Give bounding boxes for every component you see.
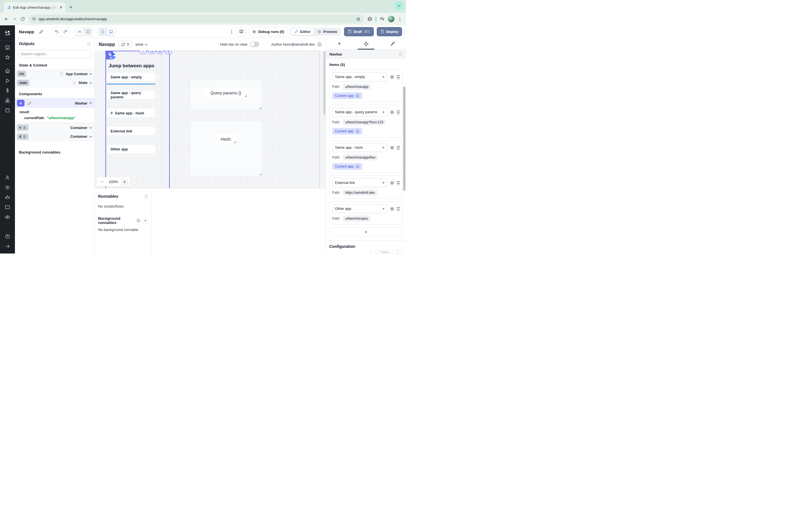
component-d-row[interactable]: d Container <box>15 132 94 141</box>
nav-item-hash[interactable]: #Same app - hash <box>107 109 155 117</box>
item-label-input[interactable]: Same app - empty× <box>332 72 388 81</box>
styling-tab[interactable] <box>379 38 406 50</box>
query-params-text[interactable]: Query params {} <box>204 88 247 98</box>
connect-plug-button[interactable] <box>393 250 403 253</box>
move-component-button[interactable] <box>165 51 172 54</box>
runnables-doc-icon[interactable] <box>144 194 148 199</box>
info-icon[interactable] <box>356 165 359 168</box>
item-settings-gear-icon[interactable] <box>390 110 395 115</box>
drag-handle[interactable] <box>397 75 400 79</box>
info-icon[interactable] <box>137 219 140 223</box>
forward-icon[interactable] <box>12 17 17 21</box>
clear-icon[interactable]: × <box>382 180 385 185</box>
item-label-input[interactable]: Same app - query params× <box>332 108 388 117</box>
debug-runs-button[interactable]: Debug runs (0) <box>249 27 288 36</box>
users-person-icon[interactable] <box>5 175 10 180</box>
insert-component-tab[interactable]: + <box>326 38 353 50</box>
add-navbar-item-button[interactable]: + <box>329 227 403 237</box>
help-icon[interactable] <box>5 234 10 239</box>
expression-toggle[interactable]: f <box>380 251 390 253</box>
desktop-view-button[interactable] <box>107 28 115 36</box>
tab-overview-button[interactable] <box>395 1 403 10</box>
container-e[interactable]: Query params {} <box>190 80 262 110</box>
mobile-view-button[interactable] <box>99 28 107 36</box>
fullwidth-layout-button[interactable] <box>84 28 92 36</box>
back-icon[interactable] <box>4 17 9 21</box>
anchor-component-button[interactable] <box>156 51 163 54</box>
state-row[interactable]: state State <box>15 78 94 87</box>
item-label-input[interactable]: External link× <box>332 178 388 187</box>
browser-tab[interactable]: Edit App u/henri/navapp | Win ✕ <box>4 2 65 13</box>
clear-icon[interactable]: × <box>382 207 385 211</box>
nav-item-same-app-empty[interactable]: Same app - empty <box>107 73 155 81</box>
drag-handle[interactable] <box>397 145 400 150</box>
more-menu-icon[interactable]: ⋮ <box>230 29 234 34</box>
new-tab-button[interactable]: + <box>69 4 72 10</box>
rename-pencil-icon[interactable] <box>39 30 43 34</box>
windmill-logo[interactable] <box>4 30 11 37</box>
search-outputs-input[interactable]: Search outputs... <box>18 50 92 58</box>
drag-handle[interactable] <box>397 110 400 114</box>
drag-handle[interactable] <box>397 180 400 185</box>
info-icon[interactable] <box>356 129 359 133</box>
edit-id-pencil-icon[interactable] <box>26 100 34 107</box>
resize-handle[interactable] <box>259 173 261 175</box>
draft-button[interactable]: Draft⌘S <box>344 27 374 36</box>
audit-eye-icon[interactable] <box>5 214 10 220</box>
runs-play-icon[interactable] <box>5 78 10 83</box>
undo-button[interactable] <box>53 27 61 36</box>
item-label-input[interactable]: Same app - hash× <box>332 143 388 152</box>
refresh-runs-button[interactable]: 0 <box>118 40 132 48</box>
resize-handle[interactable] <box>245 95 247 97</box>
add-background-runnable-button[interactable]: + <box>142 217 148 224</box>
item-settings-gear-icon[interactable] <box>390 180 395 185</box>
component-a-row[interactable]: a Navbar <box>15 98 94 108</box>
site-settings-icon[interactable] <box>32 17 36 21</box>
bookmark-star-icon[interactable] <box>356 17 361 21</box>
profile-avatar[interactable] <box>388 16 395 22</box>
workers-robot-icon[interactable] <box>5 194 10 200</box>
canvas-scrollbar[interactable] <box>323 51 325 115</box>
nav-item-other-app[interactable]: Other app <box>107 145 155 153</box>
hash-text[interactable]: Hash: <box>216 134 236 144</box>
close-tab-icon[interactable]: ✕ <box>59 5 63 10</box>
resources-cubes-icon[interactable] <box>5 98 10 103</box>
outputs-doc-icon[interactable] <box>87 42 91 46</box>
favorites-star-icon[interactable] <box>5 55 10 60</box>
url-bar[interactable]: app.windmill.dev/apps/edit/u/henri/navap… <box>29 15 364 23</box>
hide-bar-toggle[interactable] <box>250 42 259 47</box>
browser-menu-icon[interactable]: ⋮ <box>398 17 402 22</box>
editor-tab[interactable]: Editor <box>291 28 314 35</box>
center-layout-button[interactable] <box>75 28 84 36</box>
docs-book-button[interactable] <box>237 27 246 36</box>
info-icon[interactable] <box>356 94 359 98</box>
ctx-row[interactable]: ctx App Context <box>15 69 94 78</box>
settings-gear-icon[interactable] <box>5 185 10 190</box>
item-settings-gear-icon[interactable] <box>390 207 395 211</box>
deploy-button[interactable]: Deploy <box>377 27 402 36</box>
static-value-toggle[interactable] <box>370 251 380 253</box>
nav-item-external-link[interactable]: External link <box>107 127 155 135</box>
component-settings-tab[interactable] <box>353 38 379 50</box>
resize-handle[interactable] <box>234 141 236 143</box>
item-settings-gear-icon[interactable] <box>390 75 395 79</box>
reload-icon[interactable] <box>20 17 25 21</box>
component-doc-icon[interactable] <box>398 52 403 56</box>
fill-height-button[interactable] <box>140 51 146 54</box>
right-panel-scrollbar[interactable] <box>403 87 405 191</box>
expand-component-button[interactable] <box>148 51 155 54</box>
clear-icon[interactable]: × <box>382 75 385 79</box>
app-canvas[interactable]: a Jump between apps Same app - empty Sam… <box>95 51 326 188</box>
nav-item-query-params[interactable]: Same app - query params <box>107 91 155 99</box>
drag-handle[interactable] <box>397 207 400 211</box>
redo-button[interactable] <box>61 27 69 36</box>
media-controls-icon[interactable] <box>380 17 385 21</box>
item-label-input[interactable]: Other app× <box>332 204 388 213</box>
extensions-puzzle-icon[interactable] <box>367 17 372 21</box>
preview-tab[interactable]: Preview <box>314 28 340 35</box>
folders-icon[interactable] <box>5 205 10 210</box>
item-settings-gear-icon[interactable] <box>390 145 395 150</box>
schedule-select[interactable]: once <box>135 42 147 47</box>
home-icon[interactable] <box>5 68 10 73</box>
component-e-row[interactable]: e Container <box>15 123 94 132</box>
